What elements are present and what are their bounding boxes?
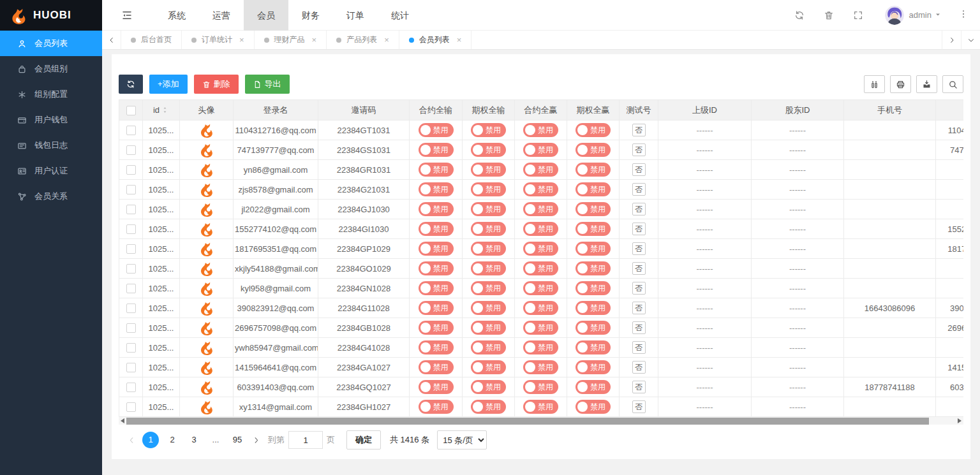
row-checkbox[interactable] <box>126 363 136 372</box>
contract-win-toggle[interactable]: 禁用 <box>523 321 558 335</box>
row-checkbox[interactable] <box>126 165 136 175</box>
contract-lose-toggle[interactable]: 禁用 <box>419 400 454 414</box>
contract-lose-toggle[interactable]: 禁用 <box>419 123 454 137</box>
tab-后台首页[interactable]: 后台首页 <box>121 31 182 49</box>
sidebar-item-会员关系[interactable]: 会员关系 <box>0 184 102 209</box>
columns-filter-button[interactable] <box>864 75 885 93</box>
more-options-button[interactable] <box>958 9 969 22</box>
option-lose-toggle[interactable]: 禁用 <box>471 242 506 256</box>
tabs-menu-button[interactable] <box>961 31 980 49</box>
tab-会员列表[interactable]: 会员列表× <box>399 31 472 49</box>
row-checkbox[interactable] <box>126 264 136 274</box>
option-lose-toggle[interactable]: 禁用 <box>471 400 506 414</box>
option-win-toggle[interactable]: 禁用 <box>575 143 611 157</box>
contract-lose-toggle[interactable]: 禁用 <box>419 261 454 275</box>
option-lose-toggle[interactable]: 禁用 <box>471 143 506 157</box>
column-header-id[interactable]: id <box>153 105 169 115</box>
row-checkbox[interactable] <box>126 126 136 135</box>
contract-lose-toggle[interactable]: 禁用 <box>419 360 454 374</box>
contract-lose-toggle[interactable]: 禁用 <box>419 301 454 315</box>
scroll-right-arrow[interactable] <box>956 417 963 425</box>
contract-win-toggle[interactable]: 禁用 <box>523 360 558 374</box>
sidebar-item-会员列表[interactable]: 会员列表 <box>0 31 102 56</box>
option-win-toggle[interactable]: 禁用 <box>575 182 611 196</box>
row-checkbox[interactable] <box>126 185 136 194</box>
contract-win-toggle[interactable]: 禁用 <box>523 222 558 236</box>
print-button[interactable] <box>890 75 911 93</box>
goto-page-input[interactable] <box>288 431 323 449</box>
contract-win-toggle[interactable]: 禁用 <box>523 182 558 196</box>
tabs-scroll-right-button[interactable] <box>942 31 961 49</box>
tab-理财产品[interactable]: 理财产品× <box>255 31 327 49</box>
tab-close-icon[interactable]: × <box>384 35 389 45</box>
refresh-table-button[interactable] <box>119 75 143 94</box>
sidebar-item-钱包日志[interactable]: 钱包日志 <box>0 133 102 158</box>
top-nav-item-财务[interactable]: 财务 <box>288 0 333 31</box>
top-nav-item-会员[interactable]: 会员 <box>244 0 288 31</box>
admin-username[interactable]: admin <box>909 10 932 20</box>
contract-lose-toggle[interactable]: 禁用 <box>419 202 454 216</box>
scrollbar-thumb[interactable] <box>126 418 929 425</box>
contract-win-toggle[interactable]: 禁用 <box>523 123 558 137</box>
option-lose-toggle[interactable]: 禁用 <box>471 380 506 394</box>
tabs-scroll-left-button[interactable] <box>102 31 121 49</box>
page-number-95[interactable]: 95 <box>229 432 246 448</box>
option-lose-toggle[interactable]: 禁用 <box>471 281 506 295</box>
row-checkbox[interactable] <box>126 303 136 313</box>
page-number-2[interactable]: 2 <box>164 432 181 448</box>
contract-lose-toggle[interactable]: 禁用 <box>419 340 454 354</box>
sidebar-item-组别配置[interactable]: 组别配置 <box>0 82 102 107</box>
row-checkbox[interactable] <box>126 244 136 254</box>
contract-lose-toggle[interactable]: 禁用 <box>419 143 454 157</box>
option-win-toggle[interactable]: 禁用 <box>575 123 611 137</box>
horizontal-scrollbar[interactable] <box>119 417 963 425</box>
top-nav-item-系统[interactable]: 系统 <box>154 0 199 31</box>
row-checkbox[interactable] <box>126 323 136 333</box>
contract-win-toggle[interactable]: 禁用 <box>523 143 558 157</box>
row-checkbox[interactable] <box>126 383 136 392</box>
row-checkbox[interactable] <box>126 284 136 293</box>
contract-win-toggle[interactable]: 禁用 <box>523 281 558 295</box>
page-number-3[interactable]: 3 <box>186 432 202 448</box>
confirm-button[interactable]: 确定 <box>346 430 381 449</box>
option-lose-toggle[interactable]: 禁用 <box>471 301 506 315</box>
fullscreen-button[interactable] <box>853 10 863 20</box>
contract-win-toggle[interactable]: 禁用 <box>523 163 558 177</box>
tab-close-icon[interactable]: × <box>239 35 244 45</box>
tab-产品列表[interactable]: 产品列表× <box>327 31 399 49</box>
option-win-toggle[interactable]: 禁用 <box>575 163 611 177</box>
delete-button[interactable]: 删除 <box>194 75 239 94</box>
option-win-toggle[interactable]: 禁用 <box>575 222 611 236</box>
top-nav-item-运营[interactable]: 运营 <box>199 0 244 31</box>
contract-lose-toggle[interactable]: 禁用 <box>419 163 454 177</box>
option-win-toggle[interactable]: 禁用 <box>575 321 611 335</box>
option-win-toggle[interactable]: 禁用 <box>575 400 611 414</box>
option-win-toggle[interactable]: 禁用 <box>575 340 611 354</box>
contract-lose-toggle[interactable]: 禁用 <box>419 182 454 196</box>
option-win-toggle[interactable]: 禁用 <box>575 380 611 394</box>
row-checkbox[interactable] <box>126 343 136 353</box>
add-button[interactable]: +添加 <box>149 75 188 94</box>
row-checkbox[interactable] <box>126 402 136 412</box>
option-win-toggle[interactable]: 禁用 <box>575 202 611 216</box>
contract-win-toggle[interactable]: 禁用 <box>523 301 558 315</box>
next-page-button[interactable] <box>252 436 260 444</box>
page-number-1[interactable]: 1 <box>142 432 159 448</box>
contract-lose-toggle[interactable]: 禁用 <box>419 281 454 295</box>
contract-win-toggle[interactable]: 禁用 <box>523 380 558 394</box>
export-data-button[interactable] <box>916 75 937 93</box>
sidebar-item-用户钱包[interactable]: 用户钱包 <box>0 107 102 133</box>
tab-订单统计[interactable]: 订单统计× <box>182 31 255 49</box>
option-lose-toggle[interactable]: 禁用 <box>471 182 506 196</box>
option-win-toggle[interactable]: 禁用 <box>575 242 611 256</box>
select-all-checkbox[interactable] <box>126 106 136 115</box>
option-win-toggle[interactable]: 禁用 <box>575 281 611 295</box>
contract-win-toggle[interactable]: 禁用 <box>523 340 558 354</box>
option-lose-toggle[interactable]: 禁用 <box>471 360 506 374</box>
sort-icon-wrap[interactable] <box>161 106 169 114</box>
option-win-toggle[interactable]: 禁用 <box>575 261 611 275</box>
prev-page-button[interactable] <box>128 436 136 444</box>
page-size-select[interactable]: 15 条/页 <box>437 430 487 449</box>
option-lose-toggle[interactable]: 禁用 <box>471 222 506 236</box>
contract-lose-toggle[interactable]: 禁用 <box>419 242 454 256</box>
